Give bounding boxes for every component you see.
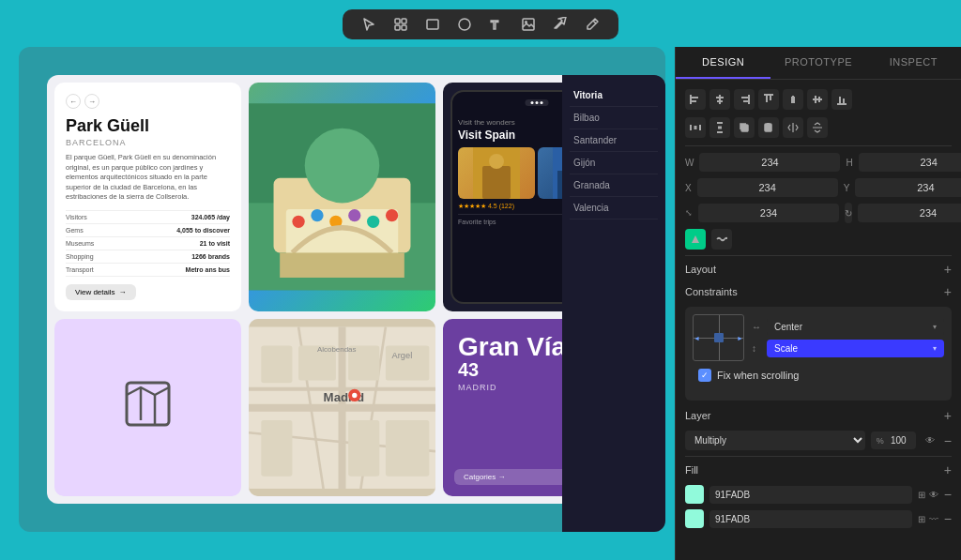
- constraints-add-btn[interactable]: +: [944, 284, 952, 299]
- fill-swatch-2[interactable]: [685, 509, 704, 528]
- fill-swatch-1[interactable]: [685, 485, 704, 504]
- tab-inspect[interactable]: INSPECT: [866, 47, 961, 79]
- fill-hex-1[interactable]: 91FADB: [709, 486, 912, 504]
- svg-rect-27: [127, 383, 169, 425]
- distribute-h-btn[interactable]: [685, 117, 706, 138]
- design-canvas: ← → Park Güell BARCELONA El parque Güell…: [19, 47, 665, 532]
- ellipse-tool[interactable]: [457, 17, 472, 32]
- xy-row: X Y: [685, 178, 952, 197]
- delete-btn[interactable]: [783, 89, 803, 110]
- layer-add-btn[interactable]: +: [944, 408, 952, 423]
- city-granada[interactable]: Granada: [570, 174, 658, 197]
- pen-tool[interactable]: [553, 17, 568, 32]
- svg-rect-51: [716, 97, 724, 98]
- fill-remove-1[interactable]: −: [944, 487, 952, 502]
- city-santander[interactable]: Santander: [570, 129, 658, 152]
- layer-remove-btn[interactable]: −: [944, 433, 952, 448]
- l-input[interactable]: [698, 204, 839, 222]
- align-center-h-btn[interactable]: [709, 89, 730, 110]
- x-label: X: [685, 183, 692, 193]
- fill-eye-icon-1[interactable]: 👁: [929, 490, 938, 500]
- v-constraint-dropdown[interactable]: Scale ▾: [767, 340, 944, 357]
- svg-rect-55: [743, 100, 748, 102]
- svg-rect-68: [717, 122, 723, 124]
- w-label: W: [685, 158, 694, 168]
- blend-mode-select[interactable]: Multiply Normal Screen Overlay: [685, 431, 865, 450]
- svg-text:T: T: [491, 18, 498, 32]
- copy-btn[interactable]: [734, 117, 755, 138]
- distribute-v-btn[interactable]: [709, 117, 730, 138]
- flip-h-btn[interactable]: [783, 117, 803, 138]
- paste-btn[interactable]: [758, 117, 779, 138]
- fill-hex-2[interactable]: 91FADB: [709, 510, 912, 528]
- panel-content: W H 🔒 X Y ⤡ ↻ ↺: [676, 80, 961, 560]
- select-tool[interactable]: [361, 17, 376, 32]
- svg-rect-63: [839, 97, 841, 103]
- svg-point-18: [367, 216, 379, 228]
- next-btn[interactable]: →: [84, 94, 99, 109]
- fill-row-1: 91FADB ⊞ 👁 −: [685, 485, 952, 504]
- phone-menu: [525, 99, 548, 106]
- svg-text:Alcobendas: Alcobendas: [317, 345, 357, 354]
- align-top-btn[interactable]: [758, 89, 779, 110]
- align-bottom-btn[interactable]: [831, 89, 852, 110]
- city-valencia[interactable]: Valencia: [570, 197, 658, 219]
- fix-scrolling-checkbox[interactable]: ✓: [698, 369, 711, 382]
- y-input[interactable]: [855, 178, 961, 197]
- fill-remove-2[interactable]: −: [944, 511, 952, 526]
- svg-rect-47: [690, 95, 692, 104]
- fill-link-icon-2[interactable]: ⊞: [918, 514, 925, 524]
- fill-link-icon-1[interactable]: ⊞: [918, 490, 925, 500]
- text-tool[interactable]: T: [489, 17, 504, 32]
- layer-eye-btn[interactable]: 👁: [922, 432, 938, 449]
- city-vitoria[interactable]: Vitoria: [570, 84, 658, 107]
- fix-scrolling-row: ✓ Fix when scrolling: [693, 365, 944, 386]
- park-title: Park Güell: [66, 116, 230, 136]
- layout-add-btn[interactable]: +: [944, 262, 952, 277]
- svg-rect-0: [395, 19, 400, 23]
- prev-btn[interactable]: ←: [66, 94, 81, 109]
- constraint-grid: ◄ ► ↔: [685, 307, 952, 401]
- layer-label: Layer: [685, 410, 711, 421]
- frame-tool[interactable]: [393, 17, 408, 32]
- fill-add-btn[interactable]: +: [944, 462, 952, 477]
- image-tool[interactable]: [521, 17, 536, 32]
- tab-prototype[interactable]: PROTOTYPE: [770, 47, 865, 79]
- city-bilbao[interactable]: Bilbao: [570, 107, 658, 129]
- h-input[interactable]: [859, 153, 961, 172]
- align-middle-btn[interactable]: [807, 89, 828, 110]
- flip-v-btn[interactable]: [807, 117, 828, 138]
- content-frame: ← → Park Güell BARCELONA El parque Güell…: [47, 75, 637, 504]
- align-left-btn[interactable]: [685, 89, 706, 110]
- w-input[interactable]: [699, 153, 840, 172]
- h-label: H: [846, 158, 852, 168]
- x-input[interactable]: [697, 178, 838, 197]
- stat-transport: TransportMetro ans bus: [66, 264, 230, 277]
- fill-row-2: 91FADB ⊞ 〰 −: [685, 509, 952, 528]
- h-constraint-dropdown[interactable]: Center ▾: [767, 318, 944, 336]
- r-input[interactable]: [858, 204, 961, 222]
- city-gijon[interactable]: Gijón: [570, 152, 658, 174]
- fill-wave-icon[interactable]: 〰: [929, 514, 938, 524]
- wh-row: W H 🔒: [685, 152, 952, 173]
- park-image: [249, 83, 435, 311]
- layer-section-header: Layer +: [685, 408, 952, 423]
- svg-rect-60: [815, 96, 816, 103]
- view-details-btn[interactable]: View details →: [66, 284, 136, 300]
- align-right-btn[interactable]: [734, 89, 755, 110]
- lr-row: ⤡ ↻ ↺: [685, 203, 952, 223]
- pencil-tool[interactable]: [585, 17, 600, 32]
- refresh-btn[interactable]: ↻: [845, 203, 852, 223]
- fill-actions-2: ⊞ 〰: [918, 514, 938, 524]
- tab-design[interactable]: DESIGN: [676, 47, 770, 79]
- svg-rect-72: [765, 124, 771, 131]
- stat-shopping: Shopping1266 brands: [66, 250, 230, 264]
- svg-point-19: [386, 209, 398, 221]
- layout-section: Layout +: [685, 262, 952, 277]
- svg-point-23: [489, 154, 504, 169]
- rectangle-tool[interactable]: [425, 17, 440, 32]
- align-row-1: [685, 89, 952, 110]
- layout-label: Layout: [685, 264, 716, 275]
- svg-rect-53: [748, 95, 750, 104]
- svg-rect-50: [719, 95, 721, 104]
